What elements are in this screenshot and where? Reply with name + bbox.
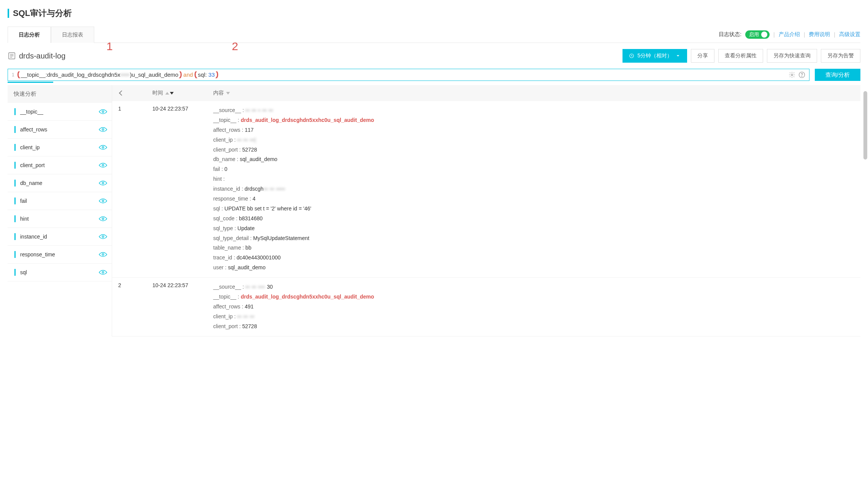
row-index: 1 xyxy=(118,106,152,273)
log-field: sql : UPDATE bb set t = '2' where id = '… xyxy=(213,204,854,214)
svg-point-11 xyxy=(102,218,104,220)
results-panel: 时间 内容 1 10-24 22:23:57 __source__ : ▪▪ ▪… xyxy=(112,85,860,337)
sort-icon xyxy=(165,92,174,95)
link-product-intro[interactable]: 产品介绍 xyxy=(779,31,800,38)
eye-icon[interactable] xyxy=(99,252,107,257)
log-field: db_name : sql_audit_demo xyxy=(213,155,854,164)
svg-point-5 xyxy=(102,111,104,113)
link-advanced-settings[interactable]: 高级设置 xyxy=(839,31,860,38)
tab-log-report[interactable]: 日志报表 xyxy=(51,27,94,43)
field-item-affect_rows[interactable]: affect_rows xyxy=(8,121,112,139)
field-name: fail xyxy=(20,198,99,204)
row-content: __source__ : ▪▪ ▪▪ ▪▪▪ 30__topic__ : drd… xyxy=(213,282,854,331)
eye-icon[interactable] xyxy=(99,180,107,186)
log-field: __topic__ : drds_audit_log_drdscghdn5xxh… xyxy=(213,292,854,302)
column-header-time[interactable]: 时间 xyxy=(152,90,213,96)
log-field: response_time : 4 xyxy=(213,194,854,204)
log-field: sql_type : Update xyxy=(213,224,854,234)
result-row: 1 10-24 22:23:57 __source__ : ▪▪ ▪▪ ▪ ▪▪… xyxy=(112,101,860,278)
page-title: SQL审计与分析 xyxy=(13,8,72,19)
time-range-button[interactable]: 5分钟（相对） xyxy=(622,49,687,63)
row-index: 2 xyxy=(118,282,152,331)
log-field: __source__ : ▪▪ ▪▪ ▪▪▪ 30 xyxy=(213,282,854,292)
log-field: affect_rows : 117 xyxy=(213,125,854,135)
separator: | xyxy=(834,32,835,38)
tab-log-analysis[interactable]: 日志分析 xyxy=(8,27,51,43)
log-field: client_ip : ▪▪ ▪▪ ▪▪| xyxy=(213,135,854,145)
toggle-text: 启用 xyxy=(749,31,759,38)
log-field: client_port : 52728 xyxy=(213,145,854,155)
query-accent-underline xyxy=(8,82,53,83)
log-field: client_port : 52728 xyxy=(213,322,854,332)
log-field: fail : 0 xyxy=(213,164,854,174)
svg-point-13 xyxy=(102,254,104,256)
help-icon[interactable] xyxy=(798,71,805,78)
row-time: 10-24 22:23:57 xyxy=(152,106,213,273)
share-button[interactable]: 分享 xyxy=(691,49,714,63)
svg-point-14 xyxy=(102,272,104,273)
log-status-label: 日志状态: xyxy=(719,31,741,38)
query-submit-button[interactable]: 查询/分析 xyxy=(815,69,860,81)
svg-point-4 xyxy=(801,76,802,76)
log-status-toggle[interactable]: 启用 xyxy=(745,30,770,39)
svg-point-2 xyxy=(791,74,793,76)
chevron-down-icon xyxy=(675,53,681,58)
separator: | xyxy=(773,32,775,38)
page-title-bar: SQL审计与分析 xyxy=(8,4,860,27)
eye-icon[interactable] xyxy=(99,127,107,132)
link-billing-info[interactable]: 费用说明 xyxy=(809,31,830,38)
field-item-hint[interactable]: hint xyxy=(8,210,112,228)
eye-icon[interactable] xyxy=(99,216,107,221)
field-name: instance_id xyxy=(20,234,99,240)
query-input[interactable]: 1 __topic__:drds_audit_log_drdscghdn5x▪▪… xyxy=(8,69,809,81)
svg-point-12 xyxy=(102,236,104,238)
field-item-client_ip[interactable]: client_ip xyxy=(8,139,112,156)
toggle-knob xyxy=(761,32,767,38)
log-field: hint : xyxy=(213,174,854,184)
log-field: __source__ : ▪▪ ▪▪ ▪ ▪▪ ▪▪ xyxy=(213,106,854,115)
field-item-db_name[interactable]: db_name xyxy=(8,174,112,192)
clock-icon xyxy=(629,53,634,58)
save-as-search-button[interactable]: 另存为快速查询 xyxy=(767,49,817,63)
eye-icon[interactable] xyxy=(99,109,107,114)
field-name: hint xyxy=(20,216,99,222)
save-as-alert-button[interactable]: 另存为告警 xyxy=(821,49,860,63)
field-item-__topic__[interactable]: __topic__ xyxy=(8,103,112,121)
line-number: 1 xyxy=(12,72,14,77)
field-name: __topic__ xyxy=(20,109,99,115)
column-header-content[interactable]: 内容 xyxy=(213,90,854,96)
field-item-fail[interactable]: fail xyxy=(8,192,112,210)
gear-icon[interactable] xyxy=(789,71,795,78)
field-item-sql[interactable]: sql xyxy=(8,264,112,281)
field-name: response_time xyxy=(20,251,99,258)
field-item-response_time[interactable]: response_time xyxy=(8,246,112,264)
quick-analysis-sidebar: 快速分析 __topic__affect_rowsclient_ipclient… xyxy=(8,85,112,337)
svg-point-9 xyxy=(102,182,104,184)
prev-page-button[interactable] xyxy=(118,90,152,96)
log-field: user : sql_audit_demo xyxy=(213,263,854,273)
field-item-client_port[interactable]: client_port xyxy=(8,156,112,174)
field-name: client_port xyxy=(20,162,99,168)
field-name: sql xyxy=(20,269,99,275)
log-field: instance_id : drdscgh▪▪ ▪▪ ▪▪▪▪ xyxy=(213,184,854,194)
eye-icon[interactable] xyxy=(99,270,107,275)
field-name: db_name xyxy=(20,180,99,186)
sidebar-title: 快速分析 xyxy=(8,85,112,103)
log-field: affect_rows : 491 xyxy=(213,302,854,312)
eye-icon[interactable] xyxy=(99,234,107,239)
field-name: affect_rows xyxy=(20,126,99,133)
log-field: __topic__ : drds_audit_log_drdscghdn5xxh… xyxy=(213,115,854,125)
log-field: sql_code : b8314680 xyxy=(213,214,854,224)
eye-icon[interactable] xyxy=(99,163,107,168)
query-attributes-button[interactable]: 查看分析属性 xyxy=(718,49,763,63)
field-item-instance_id[interactable]: instance_id xyxy=(8,228,112,246)
query-text: __topic__:drds_audit_log_drdscghdn5x▪▪▪▪… xyxy=(17,71,789,78)
eye-icon[interactable] xyxy=(99,145,107,150)
scrollbar[interactable] xyxy=(863,91,867,160)
separator: | xyxy=(804,32,805,38)
log-field: trace_id : dc40e4430001000 xyxy=(213,253,854,263)
svg-point-10 xyxy=(102,200,104,202)
eye-icon[interactable] xyxy=(99,198,107,204)
log-field: client_ip : ▪▪ ▪▪ ▪▪ xyxy=(213,312,854,322)
log-field: table_name : bb xyxy=(213,243,854,253)
